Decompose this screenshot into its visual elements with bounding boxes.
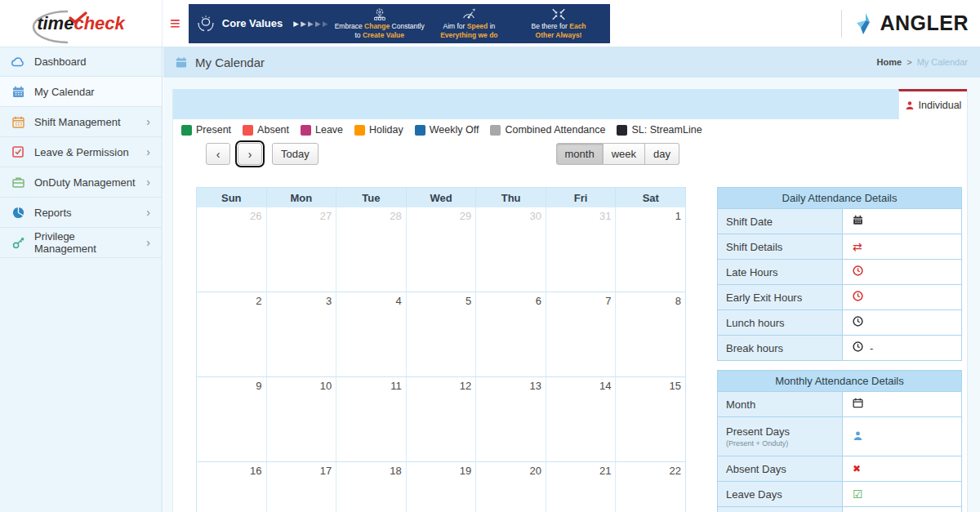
table-row: Present Days(Present + Onduty) [718, 416, 961, 456]
calendar-day-cell[interactable]: 2 [197, 292, 267, 376]
converging-arrows-icon [551, 7, 566, 21]
sidebar-item-onduty-management[interactable]: OnDuty Management › [0, 167, 162, 198]
hamburger-menu-icon[interactable]: ≡ [170, 15, 180, 33]
calendar-day-header: Tue [336, 188, 407, 207]
calendar-day-header: Sun [197, 188, 267, 207]
sidebar-item-dashboard[interactable]: Dashboard [0, 47, 162, 77]
table-row: Month [718, 391, 961, 416]
calendar-day-number: 3 [326, 295, 332, 307]
person-icon [905, 100, 915, 110]
calendar-day-cell[interactable]: 27 [267, 207, 337, 292]
sidebar-item-privilege-management[interactable]: Privilege Management › [0, 228, 162, 258]
calendar-day-number: 13 [529, 380, 541, 392]
prev-month-button[interactable]: ‹ [206, 143, 230, 165]
calendar-icon [11, 86, 24, 98]
banner-item-speed: Aim for Speed in Everything we do [425, 7, 514, 39]
calendar-day-cell[interactable]: 6 [476, 292, 546, 376]
next-month-button[interactable]: › [238, 143, 262, 165]
table-row: Holiday Days ☂ [718, 506, 961, 512]
monthly-attendance-title: Monthly Attendance Details [718, 371, 961, 391]
calendar-day-number: 8 [675, 295, 681, 307]
calendar-day-number: 16 [250, 465, 261, 477]
calendar-day-cell[interactable]: 17 [267, 462, 337, 512]
table-row: Absent Days ✖ [718, 456, 961, 481]
calendar-day-number: 27 [320, 210, 332, 222]
calendar-day-number: 4 [396, 295, 402, 307]
calendar-day-cell[interactable]: 16 [197, 462, 267, 512]
legend: PresentAbsentLeaveHolidayWeekly OffCombi… [181, 124, 967, 136]
x-mark-icon: ✖ [853, 464, 861, 474]
calendar-day-number: 19 [460, 465, 471, 477]
calendar-day-cell[interactable]: 22 [616, 462, 685, 512]
calendar-day-header: Thu [476, 188, 546, 207]
clock-icon [853, 265, 863, 278]
calendar-day-cell[interactable]: 5 [407, 292, 477, 376]
calendar-day-cell[interactable]: 29 [407, 207, 477, 292]
calendar-day-cell[interactable]: 3 [267, 292, 337, 376]
legend-swatch [490, 125, 501, 136]
top-bar: timecheck ≡ Core Values ▶▶▶▶▶ Embrace Ch… [0, 0, 980, 47]
view-month-button[interactable]: month [556, 143, 604, 165]
calendar-day-cell[interactable]: 12 [407, 377, 477, 461]
calendar-day-cell[interactable]: 31 [546, 207, 617, 292]
view-day-button[interactable]: day [645, 143, 679, 165]
legend-item: Weekly Off [415, 124, 479, 136]
legend-item: Absent [243, 124, 289, 136]
calendar-day-cell[interactable]: 4 [336, 292, 407, 376]
calendar-day-number: 18 [390, 465, 401, 477]
calendar-outline-icon [853, 398, 863, 411]
calendar-day-cell[interactable]: 28 [336, 207, 407, 292]
calendar-day-cell[interactable]: 13 [476, 377, 546, 461]
calendar-day-cell[interactable]: 19 [407, 462, 477, 512]
legend-swatch [181, 125, 192, 136]
calendar-day-cell[interactable]: 11 [336, 377, 407, 461]
table-row: Shift Date [718, 208, 961, 234]
calendar-day-cell[interactable]: 20 [476, 462, 546, 512]
shift-calendar-icon [11, 116, 24, 128]
calendar-day-number: 28 [390, 210, 401, 222]
sidebar-item-reports[interactable]: Reports › [0, 198, 162, 228]
calendar-day-cell[interactable]: 8 [616, 292, 685, 376]
calendar-day-cell[interactable]: 7 [546, 292, 617, 376]
calendar-week-row: 9101112131415 [197, 376, 685, 461]
breadcrumb: Home > My Calendar [877, 57, 968, 67]
sidebar-item-shift-management[interactable]: Shift Management › [0, 107, 162, 137]
calendar-day-cell[interactable]: 30 [476, 207, 546, 292]
checked-box-icon: ☑ [853, 488, 863, 500]
calendar-day-cell[interactable]: 21 [546, 462, 617, 512]
table-row: Shift Details ⇄ [718, 234, 961, 259]
calendar-day-cell[interactable]: 1 [616, 207, 685, 292]
tab-individual[interactable]: Individual [898, 89, 967, 119]
dashboard-icon [11, 56, 24, 67]
calendar-day-number: 21 [599, 465, 611, 477]
calendar-day-number: 30 [529, 210, 541, 222]
calendar-day-header: Mon [267, 188, 337, 207]
calendar-day-cell[interactable]: 26 [197, 207, 267, 292]
calendar-day-cell[interactable]: 14 [546, 377, 617, 461]
calendar-day-number: 31 [599, 210, 611, 222]
timecheck-logo-swoosh-icon [25, 8, 152, 46]
view-week-button[interactable]: week [604, 143, 645, 165]
table-row: Leave Days ☑ [718, 481, 961, 506]
breadcrumb-home-link[interactable]: Home [877, 57, 902, 67]
sidebar-item-leave-permission[interactable]: Leave & Permission › [0, 137, 162, 167]
calendar-day-cell[interactable]: 18 [336, 462, 407, 512]
banner-arrows: ▶▶▶▶▶ [293, 20, 330, 28]
page-title-calendar-icon [176, 56, 187, 69]
calendar-day-number: 9 [256, 380, 261, 392]
legend-item: SL: StreamLine [617, 124, 702, 136]
calendar-day-number: 5 [466, 295, 471, 307]
divider [841, 10, 842, 38]
key-icon [11, 237, 24, 249]
calendar-day-number: 7 [605, 295, 611, 307]
daily-attendance-title: Daily Attendance Details [718, 188, 961, 208]
calendar-day-cell[interactable]: 9 [197, 377, 267, 461]
sidebar-item-my-calendar[interactable]: My Calendar [0, 77, 162, 107]
tab-strip: Individual [173, 89, 967, 119]
table-row: Lunch hours [718, 309, 961, 335]
calendar-day-cell[interactable]: 15 [616, 377, 685, 461]
calendar-week-row: 16171819202122 [197, 461, 685, 512]
calendar-day-header: Wed [407, 188, 477, 207]
calendar-day-cell[interactable]: 10 [267, 377, 337, 461]
today-button[interactable]: Today [272, 143, 318, 165]
